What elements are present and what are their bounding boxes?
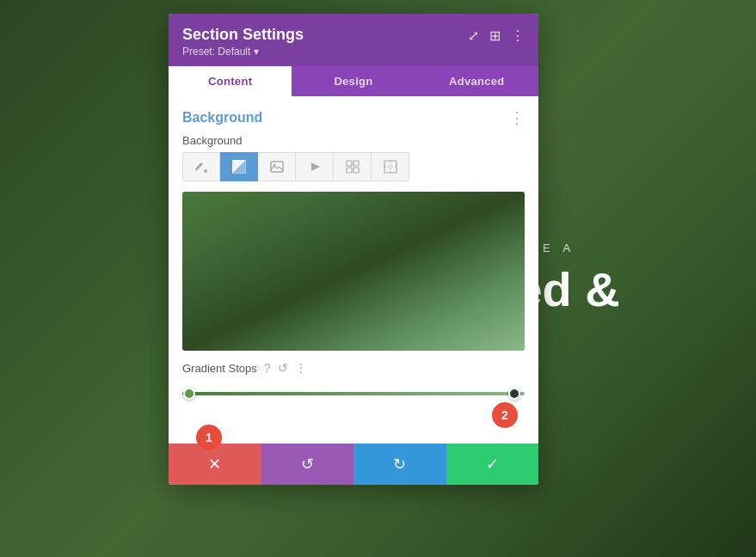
save-button[interactable]: ✓	[446, 444, 539, 485]
svg-point-0	[204, 169, 207, 173]
save-icon: ✓	[486, 455, 499, 474]
background-label: Background	[169, 134, 538, 152]
gradient-stop-2[interactable]	[508, 388, 520, 400]
more-icon[interactable]: ⋮	[511, 28, 525, 44]
preset-label: Preset: Default	[182, 46, 250, 58]
panel-header-icons: ⤢ ⊞ ⋮	[468, 28, 525, 44]
bg-type-mask-btn[interactable]	[372, 152, 409, 181]
svg-rect-4	[271, 162, 283, 172]
panel-title: Section Settings	[182, 26, 304, 44]
layout-icon[interactable]: ⊞	[489, 28, 501, 44]
cancel-button[interactable]: ✕	[169, 444, 261, 485]
bg-type-gradient-btn[interactable]	[220, 152, 258, 181]
tab-advanced[interactable]: Advanced	[415, 66, 538, 96]
panel-preset[interactable]: Preset: Default ▾	[182, 46, 304, 58]
gradient-preview	[182, 192, 525, 351]
gradient-stops-help-icon[interactable]: ?	[264, 361, 271, 375]
panel-body: Background ⋮ Background	[169, 96, 538, 444]
panel-tabs: Content Design Advanced	[169, 66, 538, 96]
panel-header: Section Settings Preset: Default ▾ ⤢ ⊞ ⋮	[169, 14, 538, 66]
panel-header-left: Section Settings Preset: Default ▾	[182, 26, 304, 58]
panel-footer: ✕ ↺ ↻ ✓	[169, 444, 538, 485]
svg-rect-9	[347, 168, 352, 173]
gradient-stops-row: Gradient Stops ? ↺ ⋮	[169, 361, 538, 382]
bg-type-video-btn[interactable]	[296, 152, 334, 181]
section-menu-icon[interactable]: ⋮	[509, 108, 525, 127]
background-section-header: Background ⋮	[169, 96, 538, 134]
bg-type-color-btn[interactable]	[182, 152, 220, 181]
bg-type-pattern-btn[interactable]	[334, 152, 372, 181]
undo-button[interactable]: ↺	[261, 444, 354, 485]
tab-design[interactable]: Design	[292, 66, 415, 96]
redo-icon: ↻	[393, 455, 406, 474]
gradient-stop-1[interactable]	[183, 388, 195, 400]
gradient-stops-reset-icon[interactable]: ↺	[278, 361, 288, 375]
preset-arrow-icon: ▾	[254, 46, 259, 58]
gradient-preview-inner	[182, 192, 525, 351]
svg-rect-8	[353, 161, 359, 166]
stop-badge-2[interactable]: 2	[492, 402, 518, 428]
undo-icon: ↺	[301, 455, 314, 474]
svg-marker-6	[311, 162, 320, 171]
expand-icon[interactable]: ⤢	[468, 28, 479, 44]
background-section-title: Background	[182, 110, 262, 125]
section-settings-panel: Section Settings Preset: Default ▾ ⤢ ⊞ ⋮…	[169, 14, 538, 485]
tab-content[interactable]: Content	[169, 66, 292, 96]
gradient-stops-label: Gradient Stops	[182, 362, 257, 375]
svg-rect-11	[384, 161, 396, 173]
stop-badge-1[interactable]: 1	[196, 425, 222, 450]
svg-rect-10	[353, 168, 359, 173]
bg-type-image-btn[interactable]	[258, 152, 296, 181]
gradient-slider-track[interactable]	[182, 392, 525, 395]
svg-rect-7	[347, 161, 352, 166]
gradient-slider-container: 1 2	[169, 382, 538, 444]
background-type-bar	[169, 152, 538, 192]
redo-button[interactable]: ↻	[353, 444, 446, 485]
gradient-stops-more-icon[interactable]: ⋮	[295, 361, 307, 375]
cancel-icon: ✕	[208, 455, 221, 474]
